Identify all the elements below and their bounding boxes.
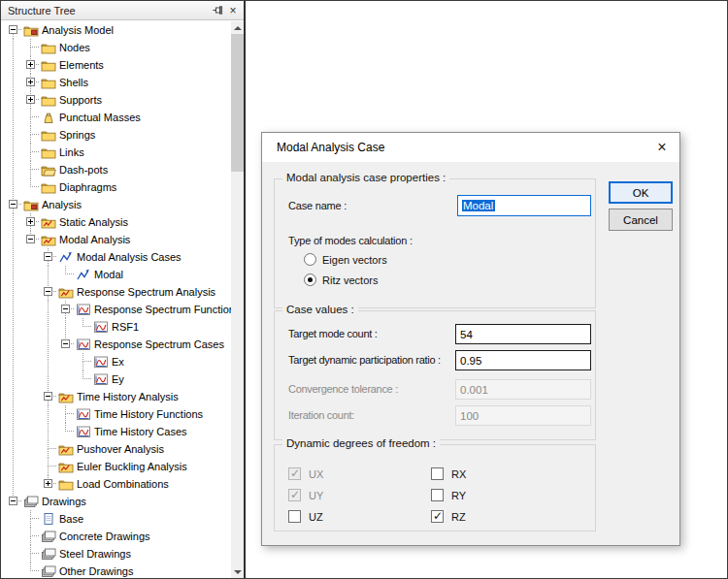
checkbox-box[interactable] [431,489,444,501]
input-target-mode-count[interactable]: 54 [455,324,591,344]
tree-item-response-spectrum-analysis[interactable]: Response Spectrum Analysis [1,283,231,301]
tree-item-label[interactable]: Base [57,510,86,528]
tree-expander-plus[interactable] [22,213,40,231]
tree-item-label[interactable]: Time History Cases [92,423,190,440]
tree-item-label[interactable]: Dash-pots [57,161,111,178]
scrollbar-thumb[interactable] [231,34,244,172]
tree-expander-minus[interactable] [57,301,75,318]
tree-expander-minus[interactable] [40,283,57,301]
tree-item-drawings[interactable]: Drawings [1,493,231,510]
checkbox-ry[interactable]: RY [431,489,466,501]
tree-item-load-combinations[interactable]: Load Combinations [1,475,231,493]
tree-item-response-spectrum-cases[interactable]: Response Spectrum Cases [1,336,231,353]
tree-expander-minus[interactable] [57,336,75,353]
tree-item-punctual-masses[interactable]: Punctual Masses [1,109,231,126]
pin-icon[interactable] [210,3,225,17]
tree-expander-plus[interactable] [22,74,40,91]
tree-item-nodes[interactable]: Nodes [1,39,231,56]
tree-item-label[interactable]: Shells [57,74,91,91]
tree-item-ex[interactable]: Ex [1,353,231,370]
tree-item-label[interactable]: Analysis [40,196,84,213]
dialog-close-button[interactable]: × [645,133,679,162]
tree-item-label[interactable]: Response Spectrum Functions [92,301,231,318]
tree-expander-minus[interactable] [40,248,57,266]
tree-item-label[interactable]: Pushover Analysis [75,440,167,458]
tree-item-static-analysis[interactable]: Static Analysis [1,213,231,231]
tree-item-label[interactable]: Analysis Model [40,21,116,39]
tree-expander-plus[interactable] [22,56,40,74]
tree-expander-plus[interactable] [40,475,57,493]
tree-item-label[interactable]: Steel Drawings [57,545,134,563]
tree-item-base[interactable]: Base [1,510,231,528]
tree-item-label[interactable]: Modal [92,266,126,283]
tree-item-label[interactable]: RSF1 [110,318,142,336]
tree-item-supports[interactable]: Supports [1,91,231,109]
tree-item-label[interactable]: Time History Functions [92,405,206,423]
scroll-down-button[interactable] [231,565,244,578]
checkbox-box[interactable] [431,510,444,523]
tree-item-modal[interactable]: Modal [1,266,231,283]
tree-item-analysis-model[interactable]: Analysis Model [1,21,231,39]
checkbox-rz[interactable]: RZ [431,510,466,523]
tree-item-label[interactable]: Static Analysis [57,213,131,231]
tree-item-label[interactable]: Modal Analysis Cases [75,248,184,266]
checkbox-uz[interactable]: UZ [288,510,323,523]
tree-item-rsf1[interactable]: RSF1 [1,318,231,336]
tree-item-label[interactable]: Load Combinations [75,475,172,493]
tree-item-steel-drawings[interactable]: Steel Drawings [1,545,231,563]
tree-item-modal-analysis[interactable]: Modal Analysis [1,231,231,248]
scroll-up-button[interactable] [231,21,244,34]
tree-item-modal-analysis-cases[interactable]: Modal Analysis Cases [1,248,231,266]
checkbox-box[interactable] [431,467,444,480]
input-target-dynamic-participation-ratio[interactable]: 0.95 [455,350,591,370]
tree-item-label[interactable]: Drawings [40,493,89,510]
tree-item-response-spectrum-functions[interactable]: Response Spectrum Functions [1,301,231,318]
checkbox-rx[interactable]: RX [431,467,466,480]
tree-item-links[interactable]: Links [1,144,231,161]
case-name-input[interactable]: Modal [457,195,591,216]
tree-item-springs[interactable]: Springs [1,126,231,144]
checkbox-box[interactable] [288,510,301,523]
tree-item-label[interactable]: Ey [110,370,127,388]
tree-item-dash-pots[interactable]: Dash-pots [1,161,231,178]
tree-expander-plus[interactable] [22,91,40,109]
panel-close-button[interactable]: × [225,3,241,17]
tree-item-diaphragms[interactable]: Diaphragms [1,178,231,196]
tree-item-label[interactable]: Response Spectrum Analysis [75,283,218,301]
tree-item-label[interactable]: Other Drawings [57,563,136,578]
tree-item-label[interactable]: Concrete Drawings [57,528,153,545]
tree-item-ey[interactable]: Ey [1,370,231,388]
cancel-button[interactable]: Cancel [609,209,673,231]
tree-expander-minus[interactable] [5,196,22,213]
tree-item-label[interactable]: Springs [57,126,98,144]
tree-item-time-history-analysis[interactable]: Time History Analysis [1,388,231,405]
tree-item-elements[interactable]: Elements [1,56,231,74]
tree-item-label[interactable]: Time History Analysis [75,388,182,405]
tree-item-time-history-functions[interactable]: Time History Functions [1,405,231,423]
tree-item-label[interactable]: Supports [57,91,105,109]
tree-item-label[interactable]: Modal Analysis [57,231,133,248]
tree-item-label[interactable]: Response Spectrum Cases [92,336,227,353]
tree-item-analysis[interactable]: Analysis [1,196,231,213]
tree-item-pushover-analysis[interactable]: Pushover Analysis [1,440,231,458]
tree-item-label[interactable]: Links [57,144,87,161]
tree-expander-minus[interactable] [22,231,40,248]
tree-expander-minus[interactable] [5,21,22,39]
tree-expander-minus[interactable] [5,493,22,510]
radio-ritz-vectors[interactable]: Ritz vectors [304,273,378,286]
tree-item-label[interactable]: Euler Buckling Analysis [75,458,190,475]
tree-item-label[interactable]: Elements [57,56,107,74]
dialog-titlebar[interactable]: Modal Analysis Case × [262,133,679,162]
tree-item-label[interactable]: Punctual Masses [57,109,144,126]
radio-eigen-vectors[interactable]: Eigen vectors [304,253,387,266]
ok-button[interactable]: OK [609,181,673,204]
tree-item-shells[interactable]: Shells [1,74,231,91]
tree-item-euler-buckling-analysis[interactable]: Euler Buckling Analysis [1,458,231,475]
tree-item-concrete-drawings[interactable]: Concrete Drawings [1,528,231,545]
tree-scrollbar[interactable] [231,21,244,578]
tree-item-time-history-cases[interactable]: Time History Cases [1,423,231,440]
tree-item-label[interactable]: Nodes [57,39,93,56]
tree-expander-minus[interactable] [40,388,57,405]
tree-item-other-drawings[interactable]: Other Drawings [1,563,231,578]
tree-item-label[interactable]: Ex [110,353,127,370]
